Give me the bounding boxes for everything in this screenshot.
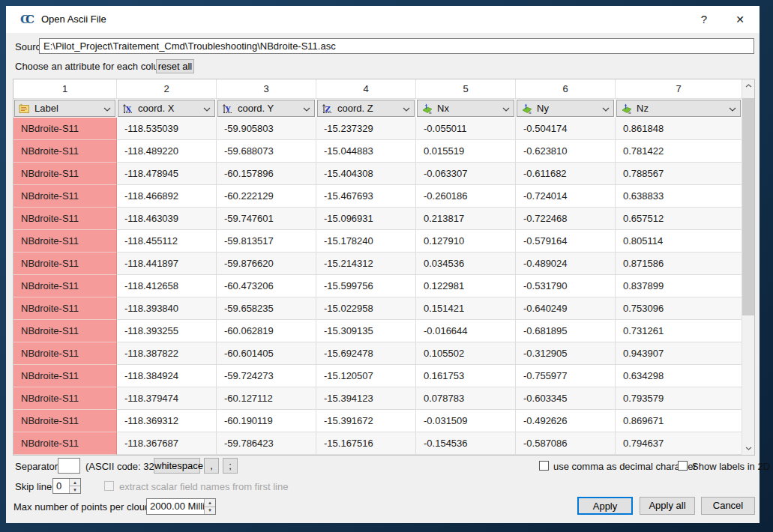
column-attribute-dropdown-7[interactable]: nNz <box>616 100 741 117</box>
table-cell: -60.473206 <box>217 275 316 297</box>
label-cell: NBdroite-S11 <box>13 140 117 163</box>
cloudcompare-logo-icon: C C <box>20 13 37 25</box>
column-attribute-dropdown-1[interactable]: Label <box>14 100 115 117</box>
table-cell: 0.753096 <box>616 297 742 320</box>
table-cell: -59.688073 <box>217 140 316 163</box>
svg-text:n: n <box>429 109 432 114</box>
max-points-spinbox[interactable]: 2000.00 Million ▲ ▼ <box>146 498 216 515</box>
table-body: NBdroite-S11-118.535039-59.905803-15.237… <box>13 118 742 455</box>
column-attribute-value: coord. Y <box>238 103 301 114</box>
use-comma-checkbox[interactable] <box>539 461 549 471</box>
table-row: NBdroite-S11-118.455112-59.813517-15.178… <box>13 230 742 253</box>
semicolon-separator-button[interactable]: ; <box>223 458 238 474</box>
comma-separator-button[interactable]: , <box>204 458 219 474</box>
table-cell: 0.869671 <box>616 410 742 432</box>
table-row: NBdroite-S11-118.367687-59.786423-15.167… <box>13 432 742 455</box>
reset-all-button[interactable]: reset all <box>156 59 194 73</box>
svg-text:n: n <box>529 109 532 114</box>
chevron-down-icon <box>502 103 510 114</box>
table-cell: -15.404308 <box>316 163 416 185</box>
chevron-down-icon <box>103 103 111 114</box>
table-cell: -0.724014 <box>516 185 616 208</box>
whitespace-button[interactable]: whitespace <box>154 458 200 474</box>
label-cell: NBdroite-S11 <box>13 275 117 297</box>
spin-down-icon[interactable]: ▼ <box>70 486 80 493</box>
close-button[interactable]: ✕ <box>725 6 755 33</box>
svg-text:Y: Y <box>225 105 232 113</box>
table-cell: -0.016644 <box>416 320 516 342</box>
table-cell: 0.943907 <box>616 342 742 365</box>
label-cell: NBdroite-S11 <box>13 163 117 185</box>
scroll-down-arrow-icon[interactable] <box>742 442 754 455</box>
table-cell: -15.599756 <box>316 275 416 297</box>
label-cell: NBdroite-S11 <box>13 253 117 275</box>
table-cell: 0.151421 <box>416 297 516 320</box>
table-cell: -59.658235 <box>217 297 316 320</box>
column-number: 7 <box>616 79 742 99</box>
column-attribute-dropdown-4[interactable]: Zcoord. Z <box>317 100 415 117</box>
column-number: 4 <box>316 79 416 99</box>
column-attribute-dropdown-2[interactable]: Xcoord. X <box>118 100 215 117</box>
column-attribute-dropdown-3[interactable]: Ycoord. Y <box>217 100 315 117</box>
table-cell: 0.731261 <box>616 320 742 342</box>
skip-lines-value[interactable]: 0 <box>53 479 69 493</box>
table-cell: 0.161753 <box>416 365 516 387</box>
table-cell: -15.167516 <box>316 432 416 455</box>
apply-button[interactable]: Apply <box>577 497 633 515</box>
table-cell: 0.127910 <box>416 230 516 253</box>
label-cell: NBdroite-S11 <box>13 297 117 320</box>
table-cell: -0.489024 <box>516 253 616 275</box>
column-attribute-cell: nNy <box>516 99 616 118</box>
cancel-button[interactable]: Cancel <box>701 497 755 515</box>
table-cell: -118.367687 <box>117 432 217 455</box>
source-path-input[interactable]: E:\Pilot_Project\Traitement_Cmd\Troubles… <box>39 38 754 54</box>
table-cell: -60.601405 <box>217 342 316 365</box>
scrollbar-thumb[interactable] <box>742 98 754 315</box>
spin-up-icon[interactable]: ▲ <box>205 499 215 507</box>
table-cell: -15.394123 <box>316 387 416 410</box>
table-cell: 0.634298 <box>616 365 742 387</box>
table-cell: -0.154536 <box>416 432 516 455</box>
spin-down-icon[interactable]: ▼ <box>205 507 215 515</box>
table-cell: -15.022958 <box>316 297 416 320</box>
table-cell: -0.722468 <box>516 208 616 230</box>
open-ascii-file-dialog: C C Open Ascii File ? ✕ Source E:\Pilot_… <box>6 6 760 523</box>
table-cell: -60.062819 <box>217 320 316 342</box>
table-row: NBdroite-S11-118.463039-59.747601-15.096… <box>13 208 742 230</box>
column-attribute-dropdown-6[interactable]: nNy <box>517 100 614 117</box>
column-number: 6 <box>516 79 616 99</box>
column-attribute-value: Ny <box>537 103 600 114</box>
spin-up-icon[interactable]: ▲ <box>70 479 80 486</box>
label-cell: NBdroite-S11 <box>13 118 117 140</box>
choose-attribute-label: Choose an attribute for each column: <box>15 61 175 72</box>
chevron-down-icon <box>403 103 410 114</box>
table-cell: -60.190119 <box>217 410 316 432</box>
column-number: 3 <box>217 79 316 99</box>
table-cell: -118.412658 <box>117 275 217 297</box>
table-cell: 0.105502 <box>416 342 516 365</box>
column-attribute-cell: nNz <box>616 99 742 118</box>
label-cell: NBdroite-S11 <box>13 410 117 432</box>
scroll-up-arrow-icon[interactable] <box>742 79 754 92</box>
column-attribute-dropdown-5[interactable]: nNx <box>417 100 514 117</box>
normal-y-icon: n <box>521 103 534 114</box>
apply-all-button[interactable]: Apply all <box>640 497 695 515</box>
table-cell: -118.384924 <box>117 365 217 387</box>
normal-x-icon: n <box>421 103 434 114</box>
help-button[interactable]: ? <box>689 6 719 33</box>
scrollbar-track[interactable] <box>742 92 754 442</box>
max-points-value[interactable]: 2000.00 Million <box>147 499 204 514</box>
normal-z-icon: n <box>621 103 634 114</box>
label-cell: NBdroite-S11 <box>13 432 117 455</box>
table-cell: 0.788567 <box>616 163 742 185</box>
skip-lines-spinbox[interactable]: 0 ▲ ▼ <box>52 478 81 494</box>
table-cell: -15.309135 <box>316 320 416 342</box>
table-cell: 0.657512 <box>616 208 742 230</box>
table-cell: -15.096931 <box>316 208 416 230</box>
separator-input[interactable] <box>58 458 80 474</box>
show-labels-2d-checkbox[interactable] <box>678 461 688 471</box>
vertical-scrollbar[interactable] <box>742 79 754 455</box>
table-cell: 0.871586 <box>616 253 742 275</box>
table-row: NBdroite-S11-118.384924-59.724273-15.120… <box>13 365 742 387</box>
table-cell: -0.492626 <box>516 410 616 432</box>
